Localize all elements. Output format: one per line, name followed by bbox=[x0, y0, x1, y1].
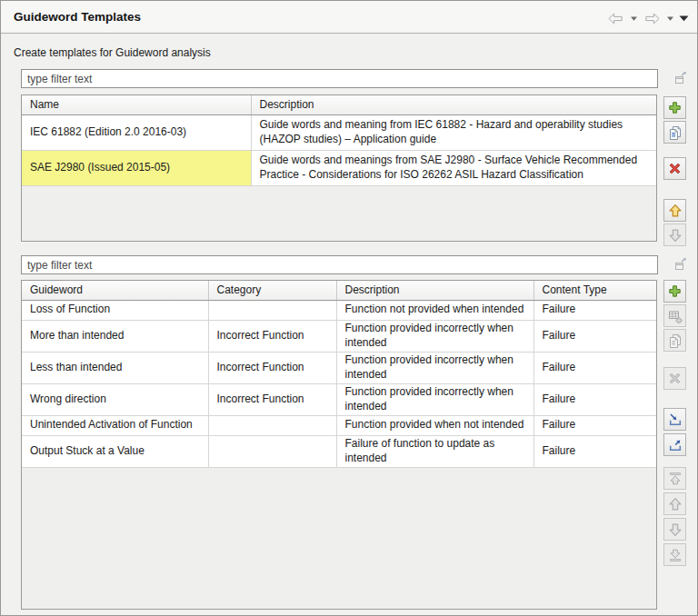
templates-col-description[interactable]: Description bbox=[251, 95, 656, 114]
templates-col-name[interactable]: Name bbox=[22, 95, 251, 114]
template-name-cell[interactable]: SAE J2980 (Issued 2015-05) bbox=[22, 150, 251, 185]
templates-filter-input[interactable] bbox=[21, 69, 658, 88]
arrow-to-bottom-icon bbox=[668, 548, 683, 562]
add-guidewords-table-button[interactable] bbox=[663, 304, 686, 327]
arrow-up-icon bbox=[668, 204, 683, 218]
guidewords-filter-menu-button[interactable] bbox=[673, 257, 688, 272]
back-icon bbox=[606, 12, 625, 25]
back-button[interactable] bbox=[606, 12, 625, 25]
arrow-down-icon bbox=[668, 522, 683, 537]
template-description-cell[interactable]: Guide words and meaning from IEC 61882 -… bbox=[251, 114, 656, 150]
guidewords-col-description[interactable]: Description bbox=[336, 281, 533, 300]
guideword-templates-view: Guideword Templates Create templates for… bbox=[0, 0, 698, 616]
import-guidewords-button[interactable] bbox=[663, 408, 686, 431]
content-type-cell[interactable]: Failure bbox=[533, 352, 656, 383]
guideword-row[interactable]: Less than intended Incorrect Function Fu… bbox=[22, 352, 656, 383]
guidewords-col-category[interactable]: Category bbox=[208, 281, 336, 300]
content-type-cell[interactable]: Failure bbox=[533, 320, 656, 352]
forward-button[interactable] bbox=[643, 12, 662, 25]
move-template-down-button[interactable] bbox=[663, 224, 686, 246]
import-icon bbox=[668, 412, 683, 427]
move-guideword-up-button[interactable] bbox=[663, 492, 686, 515]
guideword-row[interactable]: More than intended Incorrect Function Fu… bbox=[22, 320, 656, 352]
copy-guideword-button[interactable] bbox=[663, 329, 686, 352]
category-cell[interactable] bbox=[208, 300, 336, 320]
templates-table: Name Description IEC 61882 (Edition 2.0 … bbox=[21, 94, 657, 242]
guideword-cell[interactable]: Unintended Activation of Function bbox=[22, 415, 208, 435]
arrow-to-top-icon bbox=[668, 472, 683, 486]
guidewords-header-row: Guideword Category Description Content T… bbox=[22, 281, 656, 300]
view-menu-icon bbox=[679, 15, 689, 22]
move-template-up-button[interactable] bbox=[663, 199, 686, 222]
category-cell[interactable]: Incorrect Function bbox=[208, 352, 336, 383]
move-guideword-top-button[interactable] bbox=[663, 467, 686, 490]
category-cell[interactable]: Incorrect Function bbox=[208, 320, 336, 352]
guidewords-col-content-type[interactable]: Content Type bbox=[533, 281, 656, 300]
copy-icon bbox=[668, 333, 683, 348]
guideword-cell[interactable]: Loss of Function bbox=[22, 300, 208, 320]
add-template-button[interactable] bbox=[663, 96, 686, 119]
view-titlebar: Guideword Templates bbox=[1, 1, 697, 34]
content-type-cell[interactable]: Failure bbox=[533, 383, 656, 415]
description-cell[interactable]: Failure of function to update as intende… bbox=[336, 435, 533, 467]
guideword-row[interactable]: Output Stuck at a Value Failure of funct… bbox=[22, 435, 656, 467]
guidewords-col-guideword[interactable]: Guideword bbox=[22, 281, 208, 300]
guideword-cell[interactable]: Less than intended bbox=[22, 352, 208, 383]
guideword-row[interactable]: Wrong direction Incorrect Function Funct… bbox=[22, 383, 656, 415]
filter-window-icon bbox=[673, 71, 688, 85]
view-menu-button[interactable] bbox=[679, 15, 689, 22]
back-history-dropdown[interactable] bbox=[631, 16, 637, 21]
guidewords-filter-input[interactable] bbox=[21, 255, 658, 274]
table-plus-icon bbox=[668, 309, 683, 323]
plus-icon bbox=[668, 284, 682, 298]
description-cell[interactable]: Function provided when not intended bbox=[336, 415, 533, 435]
guideword-row[interactable]: Unintended Activation of Function Functi… bbox=[22, 415, 656, 435]
category-cell[interactable] bbox=[208, 435, 336, 467]
page-title: Guideword Templates bbox=[14, 10, 141, 24]
template-name-cell[interactable]: IEC 61882 (Edition 2.0 2016-03) bbox=[22, 114, 251, 150]
arrow-up-icon bbox=[668, 497, 683, 512]
guideword-row[interactable]: Loss of Function Function not provided w… bbox=[22, 300, 656, 320]
arrow-down-icon bbox=[668, 228, 683, 243]
description-cell[interactable]: Function provided incorrectly when inten… bbox=[336, 352, 533, 383]
plus-icon bbox=[668, 101, 682, 114]
guidewords-table: Guideword Category Description Content T… bbox=[21, 280, 657, 610]
move-guideword-bottom-button[interactable] bbox=[663, 543, 686, 566]
content-type-cell[interactable]: Failure bbox=[533, 300, 656, 320]
delete-cross-icon bbox=[668, 372, 682, 385]
add-guideword-button[interactable] bbox=[663, 280, 686, 303]
delete-cross-icon bbox=[668, 162, 682, 175]
templates-filter-menu-button[interactable] bbox=[673, 71, 688, 85]
category-cell[interactable]: Incorrect Function bbox=[208, 383, 336, 415]
description-cell[interactable]: Function provided incorrectly when inten… bbox=[336, 320, 533, 352]
category-cell[interactable] bbox=[208, 415, 336, 435]
forward-icon bbox=[643, 12, 662, 25]
template-row[interactable]: IEC 61882 (Edition 2.0 2016-03) Guide wo… bbox=[22, 114, 656, 150]
view-description: Create templates for Guideword analysis bbox=[14, 46, 211, 59]
delete-guideword-button[interactable] bbox=[663, 367, 686, 390]
guideword-cell[interactable]: More than intended bbox=[22, 320, 208, 352]
titlebar-toolbar bbox=[606, 11, 689, 25]
export-icon bbox=[668, 438, 683, 452]
delete-template-button[interactable] bbox=[663, 157, 686, 180]
description-cell[interactable]: Function provided incorrectly when inten… bbox=[336, 383, 533, 415]
template-description-cell[interactable]: Guide words and meanings from SAE J2980 … bbox=[251, 150, 656, 185]
move-guideword-down-button[interactable] bbox=[663, 518, 686, 541]
content-type-cell[interactable]: Failure bbox=[533, 415, 656, 435]
back-dropdown-icon bbox=[631, 16, 637, 21]
export-guidewords-button[interactable] bbox=[663, 433, 686, 456]
description-cell[interactable]: Function not provided when intended bbox=[336, 300, 533, 320]
filter-window-icon bbox=[673, 257, 688, 272]
templates-header-row: Name Description bbox=[22, 95, 656, 114]
content-type-cell[interactable]: Failure bbox=[533, 435, 656, 467]
copy-template-button[interactable] bbox=[663, 121, 686, 144]
copy-icon bbox=[668, 125, 683, 140]
forward-dropdown-icon bbox=[667, 16, 673, 21]
template-row-selected[interactable]: SAE J2980 (Issued 2015-05) Guide words a… bbox=[22, 150, 656, 185]
guideword-cell[interactable]: Wrong direction bbox=[22, 383, 208, 415]
guideword-cell[interactable]: Output Stuck at a Value bbox=[22, 435, 208, 467]
forward-history-dropdown[interactable] bbox=[667, 16, 673, 21]
